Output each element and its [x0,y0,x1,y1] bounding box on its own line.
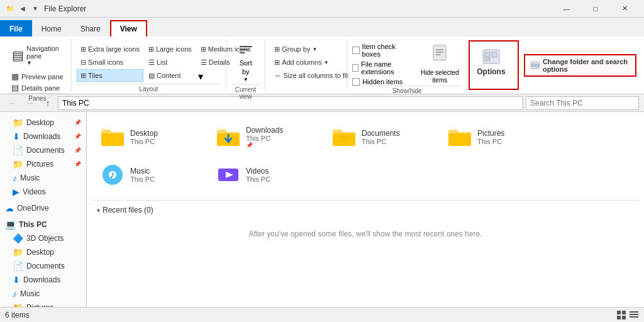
sidebar-item-music-quick[interactable]: ♪ Music [0,171,86,185]
folder-tile-documents[interactable]: Documents This PC [326,119,439,155]
quick-access-back[interactable]: ◀ [18,4,28,14]
search-bar[interactable] [526,96,639,110]
close-button[interactable]: ✕ [610,0,639,18]
content-btn[interactable]: ▤ Content [145,69,196,82]
large-icons-icon: ⊞ [148,45,154,53]
sidebar-item-videos-quick[interactable]: ▶ Videos [0,185,86,199]
sidebar-item-this-pc[interactable]: 💻 This PC [0,218,86,231]
quick-access-fwd[interactable]: ▼ [30,4,40,14]
small-icons-btn[interactable]: ⊟ Small icons [77,56,143,69]
details-pane-button[interactable]: ▤ Details pane [9,82,66,93]
panes-content: ▤ Navigation pane ▼ ▦ Preview pane ▤ Det… [9,40,66,93]
details-view-btn[interactable] [629,310,639,320]
large-icons-label: Large icons [156,45,192,53]
folder-desktop-name: Desktop [130,129,158,138]
address-bar[interactable] [58,96,523,110]
large-icons-btn[interactable]: ⊞ Large icons [145,43,196,55]
details-pane-label: Details pane [21,84,60,92]
tab-view[interactable]: View [110,20,147,36]
svg-rect-0 [240,46,252,47]
folder-pictures-icon [447,125,472,150]
folder-tile-music[interactable]: ♪ Music This PC [94,157,208,192]
app-icon: 📁 [5,4,15,14]
folder-music-sub: This PC [130,175,155,183]
navigation-pane-button[interactable]: ▤ Navigation pane ▼ [9,43,66,70]
desktop-quick-icon: 📁 [13,118,23,128]
change-folder-button[interactable]: Change folder and search options [524,54,636,77]
small-icons-icon: ⊟ [80,58,86,67]
documents-quick-icon: 📄 [13,145,23,155]
add-columns-arrow: ▼ [324,60,329,65]
list-btn[interactable]: ☰ List [145,56,196,69]
folder-tile-desktop[interactable]: Desktop This PC [94,119,208,155]
item-checkboxes-box [352,47,359,54]
file-extensions-toggle[interactable]: File name extensions [352,60,413,75]
maximize-button[interactable]: □ [581,0,610,18]
tiles-btn[interactable]: ⊞ Tiles [77,69,143,82]
layout-label: Layout [77,84,221,92]
folder-tile-pictures[interactable]: Pictures This PC [441,119,555,155]
sidebar-item-desktop-quick[interactable]: 📁 Desktop 📌 [0,116,86,130]
change-folder-area: Change folder and search options [520,39,640,91]
sidebar-item-documents-pc[interactable]: 📄 Documents [0,259,86,273]
sidebar-item-music-pc[interactable]: ♪ Music [0,287,86,301]
onedrive-icon: ☁ [5,203,14,213]
large-icons-view-btn[interactable] [616,310,626,320]
preview-pane-button[interactable]: ▦ Preview pane [9,71,66,82]
show-hide-group: Item check boxes File name extensions Hi… [347,39,467,91]
documents-quick-label: Documents [26,146,65,155]
sort-by-button[interactable]: Sort by ▼ [231,40,260,84]
change-folder-label: Change folder and search options [543,58,630,73]
folder-downloads-icon [216,125,241,150]
music-quick-label: Music [20,174,40,182]
folder-tile-downloads[interactable]: Downloads This PC 📌 [210,119,323,155]
group-by-button[interactable]: ⊞ Group by ▼ [270,43,352,55]
show-hide-label: Show/hide [352,86,462,94]
hidden-items-toggle[interactable]: Hidden items [352,78,413,86]
music-pc-icon: ♪ [13,289,17,299]
extra-large-label: Extra large icons [88,45,140,53]
folder-desktop-icon [100,125,125,150]
item-checkboxes-toggle[interactable]: Item check boxes [352,43,413,58]
size-all-columns-button[interactable]: ↔ Size all columns to fit [270,69,352,82]
sort-by-label: by [242,68,250,75]
folder-documents-info: Documents This PC [362,129,400,145]
hidden-items-label: Hidden items [362,78,402,86]
sidebar-item-downloads-quick[interactable]: ⬇ Downloads 📌 [0,130,86,143]
list-icon: ☰ [148,58,155,67]
documents-pc-label: Documents [26,262,65,270]
folder-downloads-info: Downloads This PC 📌 [246,126,283,148]
tab-share[interactable]: Share [71,20,110,36]
folder-pictures-info: Pictures This PC [477,129,504,145]
svg-rect-23 [622,311,626,314]
tiles-label: Tiles [88,72,103,79]
svg-rect-27 [630,314,638,315]
sort-content: Sort by ▼ [231,40,260,84]
folder-videos-name: Videos [246,167,270,175]
add-columns-button[interactable]: ⊞ Add columns ▼ [270,56,352,69]
tab-file[interactable]: File [0,20,32,36]
sidebar-item-documents-quick[interactable]: 📄 Documents 📌 [0,143,86,157]
recent-files-header[interactable]: ▾ Recent files (0) [92,203,639,217]
add-columns-label: Add columns [282,58,322,66]
options-button[interactable]: Options [471,43,511,80]
recent-files-section: ▾ Recent files (0) After you've opened s… [92,200,639,251]
svg-rect-26 [630,311,638,313]
sort-group: Sort by ▼ Current view [226,39,265,91]
hide-selected-icon [431,44,448,67]
3d-objects-label: 3D Objects [26,234,64,243]
sidebar-item-desktop-pc[interactable]: 📁 Desktop [0,245,86,259]
sidebar-item-pictures-quick[interactable]: 📁 Pictures 📌 [0,157,86,171]
folder-videos-sub: This PC [246,175,270,183]
folder-tile-videos[interactable]: Videos This PC [210,157,323,192]
group-by-arrow: ▼ [312,47,317,52]
sidebar-item-3d-objects[interactable]: 🔷 3D Objects [0,231,86,245]
folder-documents-sub: This PC [362,138,400,145]
sidebar-item-downloads-pc[interactable]: ⬇ Downloads [0,273,86,287]
sidebar-item-pictures-pc[interactable]: 📁 Pictures [0,301,86,307]
minimize-button[interactable]: — [552,0,581,18]
tab-home[interactable]: Home [32,20,71,36]
extra-large-icons-btn[interactable]: ⊞ Extra large icons [77,43,143,55]
panes-group: ▤ Navigation pane ▼ ▦ Preview pane ▤ Det… [4,39,72,91]
sidebar-item-onedrive[interactable]: ☁ OneDrive [0,201,86,215]
